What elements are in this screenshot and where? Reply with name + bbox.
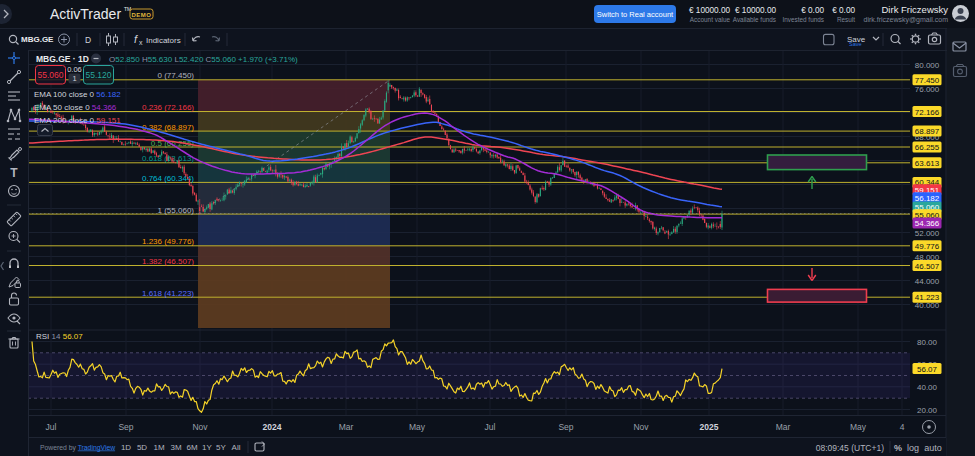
svg-text:1M: 1M	[153, 443, 164, 452]
svg-text:Indicators: Indicators	[146, 36, 181, 45]
svg-text:0.382 (68.897): 0.382 (68.897)	[142, 123, 194, 132]
svg-text:T: T	[10, 166, 18, 180]
svg-text:Nov: Nov	[633, 422, 649, 432]
svg-text:68.897: 68.897	[915, 127, 940, 136]
svg-text:44.000: 44.000	[915, 277, 940, 286]
svg-text:Mar: Mar	[776, 422, 791, 432]
svg-text:77.450: 77.450	[915, 76, 940, 85]
svg-text:08:09:45 (UTC+1): 08:09:45 (UTC+1)	[816, 443, 884, 453]
svg-text:Nov: Nov	[192, 422, 208, 432]
svg-text:41.223: 41.223	[915, 293, 940, 302]
svg-text:1D: 1D	[121, 443, 131, 452]
svg-text:40.00: 40.00	[917, 383, 938, 392]
svg-text:54.366: 54.366	[915, 219, 940, 228]
svg-text:MBG.GE · 1D: MBG.GE · 1D	[36, 54, 89, 64]
svg-text:0 (77.450): 0 (77.450)	[158, 71, 195, 80]
svg-text:Invested funds: Invested funds	[782, 16, 824, 23]
svg-text:Powered by TradingView: Powered by TradingView	[40, 444, 115, 452]
svg-text:Mar: Mar	[339, 422, 354, 432]
svg-text:dirk.friczewsky@gmail.com: dirk.friczewsky@gmail.com	[863, 16, 948, 24]
svg-text:49.776: 49.776	[915, 242, 940, 251]
svg-text:Sep: Sep	[558, 422, 573, 432]
svg-text:2025: 2025	[700, 422, 719, 432]
svg-text:76.000: 76.000	[915, 85, 940, 94]
svg-text:Dirk Friczewsky: Dirk Friczewsky	[882, 4, 949, 15]
svg-text:auto: auto	[924, 443, 942, 453]
svg-text:DEMO: DEMO	[132, 12, 152, 18]
svg-text:May: May	[850, 422, 867, 432]
svg-text:Jul: Jul	[46, 422, 57, 432]
svg-text:20.00: 20.00	[917, 406, 938, 415]
svg-text:56.182: 56.182	[915, 194, 940, 203]
svg-text:1: 1	[72, 74, 76, 83]
svg-text:MBG.GE: MBG.GE	[21, 35, 54, 44]
svg-text:56.07: 56.07	[917, 365, 938, 374]
svg-text:5D: 5D	[137, 443, 147, 452]
svg-text:Result: Result	[837, 16, 855, 23]
svg-text:May: May	[409, 422, 426, 432]
svg-text:x: x	[139, 39, 143, 46]
svg-text:46.507: 46.507	[915, 262, 940, 271]
svg-text:Save: Save	[849, 41, 862, 47]
svg-text:Switch to Real account: Switch to Real account	[597, 10, 674, 19]
svg-text:66.255: 66.255	[915, 143, 940, 152]
svg-text:Account value: Account value	[690, 16, 731, 23]
svg-text:0.236 (72.166): 0.236 (72.166)	[142, 103, 194, 112]
svg-text:€ 0.00: € 0.00	[832, 6, 855, 15]
svg-text:EMA 100 close 0 56.182: EMA 100 close 0 56.182	[34, 90, 121, 99]
svg-text:4: 4	[900, 422, 905, 432]
svg-text:2024: 2024	[263, 422, 282, 432]
svg-text:3M: 3M	[170, 443, 181, 452]
svg-text:6M: 6M	[186, 443, 197, 452]
svg-text:Jul: Jul	[485, 422, 496, 432]
svg-text:80.000: 80.000	[915, 61, 940, 70]
svg-text:52.000: 52.000	[915, 229, 940, 238]
svg-text:72.166: 72.166	[915, 108, 940, 117]
svg-text:EMA 50 close 0 54.366: EMA 50 close 0 54.366	[34, 103, 117, 112]
svg-text:EMA 200 close 0 59.151: EMA 200 close 0 59.151	[34, 116, 121, 125]
svg-text:63.613: 63.613	[915, 159, 940, 168]
svg-text:O52.850 H55.630 L52.420 C55.06: O52.850 H55.630 L52.420 C55.060 +1.970 (…	[109, 55, 298, 64]
svg-text:D: D	[85, 35, 91, 45]
svg-text:RSI 14 56.07: RSI 14 56.07	[36, 332, 83, 341]
svg-text:55.060: 55.060	[38, 70, 64, 80]
svg-text:1.236 (49.776): 1.236 (49.776)	[142, 237, 194, 246]
svg-text:log: log	[907, 443, 919, 453]
svg-text:1Y: 1Y	[202, 443, 212, 452]
svg-text:1.618 (41.223): 1.618 (41.223)	[142, 289, 194, 298]
svg-text:All: All	[232, 443, 241, 452]
svg-text:55.120: 55.120	[86, 70, 112, 80]
svg-text:80.00: 80.00	[917, 338, 938, 347]
svg-text:0.764 (60.344): 0.764 (60.344)	[142, 174, 194, 183]
svg-text:€ 0.00: € 0.00	[801, 6, 824, 15]
svg-text:Sep: Sep	[118, 422, 133, 432]
svg-text:5Y: 5Y	[216, 443, 226, 452]
svg-text:€ 10000.00: € 10000.00	[689, 6, 730, 15]
svg-text:€ 10000.00: € 10000.00	[735, 6, 776, 15]
svg-text:1.382 (46.507): 1.382 (46.507)	[142, 257, 194, 266]
svg-text:Available funds: Available funds	[733, 16, 776, 23]
svg-text:%: %	[894, 443, 902, 453]
svg-text:0.06: 0.06	[67, 65, 82, 74]
svg-text:ActivTrader: ActivTrader	[50, 6, 121, 22]
